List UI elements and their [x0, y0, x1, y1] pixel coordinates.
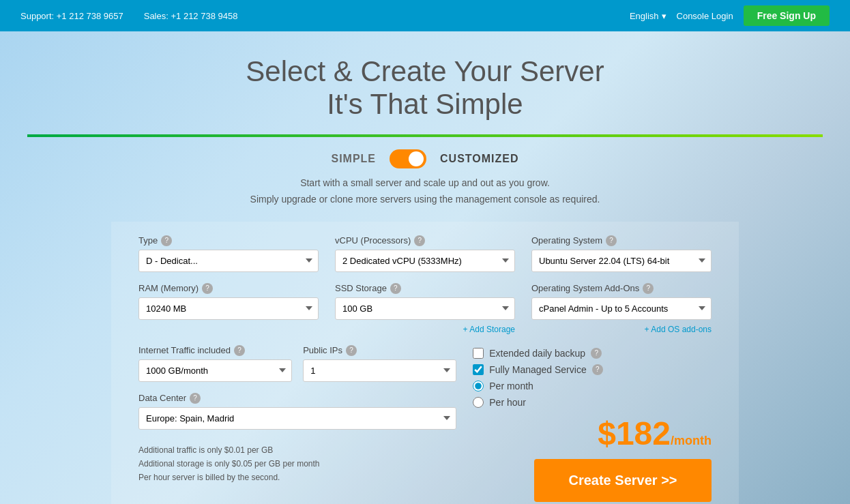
right-bottom: Extended daily backup ? Fully Managed Se… [473, 345, 712, 502]
extended-backup-row: Extended daily backup ? [473, 348, 712, 359]
console-login-link[interactable]: Console Login [677, 11, 733, 21]
ram-label: RAM (Memory) ? [138, 283, 319, 294]
traffic-help-icon[interactable]: ? [234, 345, 245, 356]
ram-select[interactable]: 10240 MB [138, 297, 319, 320]
subtitle-line1: Start with a small server and scale up a… [0, 175, 850, 192]
topbar: Support: +1 212 738 9657 Sales: +1 212 7… [0, 0, 850, 31]
mode-toggle[interactable] [390, 149, 426, 168]
extended-backup-label: Extended daily backup [489, 348, 585, 359]
per-hour-row: Per hour [473, 397, 712, 408]
ssd-select[interactable]: 100 GB [335, 297, 515, 320]
os-addons-select[interactable]: cPanel Admin - Up to 5 Accounts [531, 297, 712, 320]
per-month-row: Per month [473, 381, 712, 391]
datacenter-label: Data Center ? [138, 393, 456, 404]
os-select[interactable]: Ubuntu Server 22.04 (LTS) 64-bit [531, 250, 712, 272]
traffic-select[interactable]: 1000 GB/month [138, 359, 292, 382]
ssd-field-group: SSD Storage ? 100 GB + Add Storage [335, 283, 515, 334]
vcpu-help-icon[interactable]: ? [414, 235, 425, 246]
support-text: Support: +1 212 738 9657 [20, 11, 123, 21]
free-signup-button[interactable]: Free Sign Up [744, 5, 830, 26]
add-storage-link[interactable]: + Add Storage [335, 325, 515, 334]
managed-service-checkbox[interactable] [473, 364, 484, 375]
price-amount: $182/month [598, 415, 712, 451]
title-line2: It's That Simple [14, 88, 836, 121]
hero-title: Select & Create Your Server It's That Si… [0, 31, 850, 134]
os-label: Operating System ? [531, 235, 712, 246]
extended-backup-checkbox[interactable] [473, 348, 484, 359]
checkboxes-radios: Extended daily backup ? Fully Managed Se… [473, 348, 712, 408]
subtitle-line2: Simply upgrade or clone more servers usi… [0, 192, 850, 208]
per-month-radio[interactable] [473, 381, 484, 391]
datacenter-help-icon[interactable]: ? [190, 393, 201, 404]
public-ips-label: Public IPs ? [303, 345, 456, 356]
os-addons-help-icon[interactable]: ? [643, 283, 654, 294]
toggle-row: SIMPLE CUSTOMIZED [0, 137, 850, 175]
chevron-down-icon: ▾ [662, 11, 666, 21]
subtitle: Start with a small server and scale up a… [0, 175, 850, 208]
customized-label: CUSTOMIZED [440, 153, 518, 165]
datacenter-field-group: Data Center ? Europe: Spain, Madrid [138, 393, 456, 430]
ssd-help-icon[interactable]: ? [390, 283, 401, 294]
public-ips-help-icon[interactable]: ? [346, 345, 357, 356]
traffic-field-group: Internet Traffic included ? 1000 GB/mont… [138, 345, 292, 382]
ram-field-group: RAM (Memory) ? 10240 MB [138, 283, 319, 334]
type-label: Type ? [138, 235, 319, 246]
language-label: English [630, 11, 659, 21]
os-help-icon[interactable]: ? [606, 235, 617, 246]
per-month-label: Per month [489, 381, 533, 391]
note-storage: Additional storage is only $0.05 per GB … [138, 457, 456, 471]
simple-label: SIMPLE [331, 153, 376, 165]
left-bottom: Internet Traffic included ? 1000 GB/mont… [138, 345, 456, 485]
type-field-group: Type ? D - Dedicat... [138, 235, 319, 272]
datacenter-select[interactable]: Europe: Spain, Madrid [138, 407, 456, 430]
note-billing: Per hour server is billed by the second. [138, 471, 456, 484]
managed-service-row: Fully Managed Service ? [473, 364, 712, 375]
vcpu-label: vCPU (Processors) ? [335, 235, 515, 246]
notes-section: Additional traffic is only $0.01 per GB … [138, 443, 456, 485]
per-hour-radio[interactable] [473, 397, 484, 408]
type-help-icon[interactable]: ? [161, 235, 172, 246]
toggle-slider [390, 149, 426, 168]
vcpu-select[interactable]: 2 Dedicated vCPU (5333MHz) [335, 250, 515, 272]
traffic-label: Internet Traffic included ? [138, 345, 292, 356]
managed-service-label: Fully Managed Service [489, 364, 586, 375]
topbar-right: English ▾ Console Login Free Sign Up [630, 5, 830, 26]
per-hour-label: Per hour [489, 397, 526, 408]
form-grid: Type ? D - Dedicat... vCPU (Processors) … [138, 235, 712, 334]
language-button[interactable]: English ▾ [630, 11, 666, 21]
topbar-left: Support: +1 212 738 9657 Sales: +1 212 7… [20, 11, 237, 21]
extended-backup-help-icon[interactable]: ? [591, 348, 602, 359]
os-addons-field-group: Operating System Add-Ons ? cPanel Admin … [531, 283, 712, 334]
type-select[interactable]: D - Dedicat... [138, 250, 319, 272]
managed-service-help-icon[interactable]: ? [592, 364, 603, 375]
public-ips-field-group: Public IPs ? 1 [303, 345, 456, 382]
os-addons-label: Operating System Add-Ons ? [531, 283, 712, 294]
title-line1: Select & Create Your Server [14, 55, 836, 88]
os-field-group: Operating System ? Ubuntu Server 22.04 (… [531, 235, 712, 272]
note-traffic: Additional traffic is only $0.01 per GB [138, 443, 456, 457]
sales-text: Sales: +1 212 738 9458 [144, 11, 238, 21]
ssd-label: SSD Storage ? [335, 283, 515, 294]
price-display-row: $182/month [598, 415, 712, 452]
ram-help-icon[interactable]: ? [202, 283, 213, 294]
form-container: Type ? D - Dedicat... vCPU (Processors) … [111, 222, 739, 504]
create-server-button[interactable]: Create Server >> [534, 459, 712, 502]
vcpu-field-group: vCPU (Processors) ? 2 Dedicated vCPU (53… [335, 235, 515, 272]
public-ips-select[interactable]: 1 [303, 359, 456, 382]
add-os-addons-link[interactable]: + Add OS add-ons [531, 325, 712, 334]
